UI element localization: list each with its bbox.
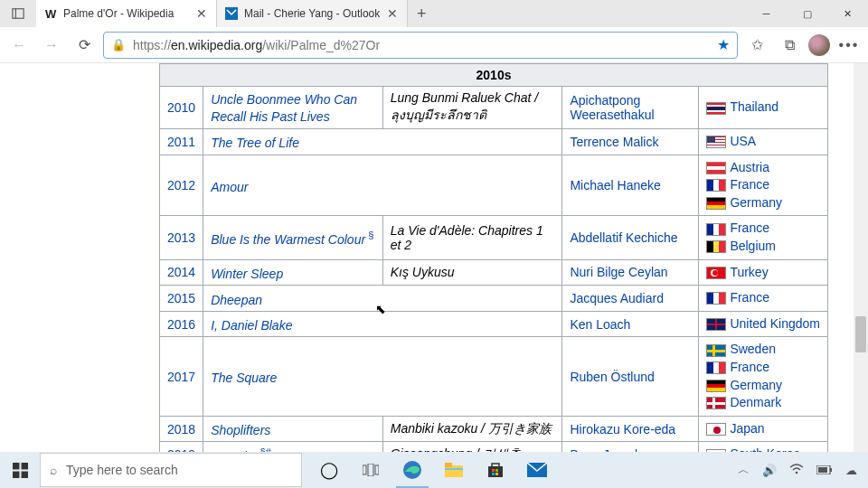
- address-bar[interactable]: 🔒 https://en.wikipedia.org/wiki/Palme_d%…: [103, 32, 738, 59]
- favorite-star-icon[interactable]: ★: [717, 36, 730, 53]
- country-link[interactable]: Sweden: [730, 342, 776, 356]
- year-link[interactable]: 2017: [167, 370, 195, 384]
- profile-avatar[interactable]: [808, 34, 830, 56]
- flag-icon: [706, 292, 726, 305]
- wifi-icon[interactable]: [789, 464, 804, 477]
- country-link[interactable]: France: [730, 360, 769, 374]
- country-link[interactable]: USA: [730, 134, 756, 148]
- film-link[interactable]: Dheepan: [211, 292, 262, 306]
- country-link[interactable]: Germany: [730, 195, 782, 210]
- year-link[interactable]: 2012: [167, 178, 195, 192]
- svg-rect-0: [13, 9, 24, 19]
- close-tab-icon[interactable]: ✕: [385, 6, 400, 21]
- original-title: Lung Bunmi Raluek Chat / ลุงบุญมีระลึกชา…: [382, 87, 562, 129]
- cortana-icon[interactable]: ◯: [309, 452, 349, 488]
- original-title: Manbiki kazoku / 万引き家族: [382, 416, 562, 442]
- year-link[interactable]: 2014: [167, 265, 195, 279]
- country-link[interactable]: France: [730, 177, 769, 192]
- new-tab-button[interactable]: +: [408, 0, 435, 27]
- flag-icon: [706, 397, 726, 409]
- browser-tab[interactable]: Mail - Cherie Yang - Outlook✕: [217, 0, 408, 27]
- film-link[interactable]: Shoplifters: [211, 423, 270, 437]
- browser-tab[interactable]: WPalme d'Or - Wikipedia✕: [36, 0, 217, 27]
- year-link[interactable]: 2013: [167, 230, 195, 245]
- director-link[interactable]: Ruben Östlund: [570, 370, 654, 384]
- flag-icon: [706, 102, 726, 115]
- store-icon[interactable]: [476, 452, 515, 488]
- director-link[interactable]: Terrence Malick: [570, 135, 658, 149]
- flag-icon: [706, 179, 726, 192]
- maximize-button[interactable]: ▢: [787, 0, 827, 27]
- table-row: 2012AmourMichael HanekeAustriaFranceGerm…: [160, 155, 828, 216]
- edge-icon[interactable]: [392, 452, 432, 488]
- film-link[interactable]: Blue Is the Warmest Colour: [211, 231, 365, 246]
- country-link[interactable]: France: [730, 290, 769, 305]
- favicon: W: [43, 6, 58, 21]
- country-link[interactable]: Belgium: [730, 239, 776, 253]
- country-link[interactable]: Turkey: [730, 265, 768, 279]
- favorites-icon[interactable]: ✩: [743, 32, 770, 59]
- tray-chevron-icon[interactable]: ︿: [738, 462, 750, 478]
- palme-dor-table: 2010s2010Uncle Boonmee Who Can Recall Hi…: [159, 63, 828, 452]
- mail-icon[interactable]: [517, 452, 557, 488]
- refresh-button[interactable]: ⟳: [71, 32, 98, 59]
- svg-rect-8: [363, 465, 366, 474]
- country-link[interactable]: Germany: [730, 378, 782, 392]
- film-link[interactable]: Uncle Boonmee Who Can Recall His Past Li…: [211, 92, 357, 124]
- tab-strip: WPalme d'Or - Wikipedia✕Mail - Cherie Ya…: [36, 0, 408, 27]
- flag-icon: [706, 136, 726, 148]
- forward-button[interactable]: →: [38, 32, 65, 59]
- film-link[interactable]: The Tree of Life: [211, 136, 299, 150]
- scrollbar[interactable]: [854, 63, 868, 452]
- svg-point-21: [796, 471, 798, 474]
- year-link[interactable]: 2018: [167, 422, 195, 436]
- volume-icon[interactable]: 🔊: [762, 464, 777, 477]
- director-link[interactable]: Apichatpong Weerasethakul: [570, 93, 654, 122]
- film-link[interactable]: Amour: [211, 179, 248, 193]
- close-tab-icon[interactable]: ✕: [194, 6, 209, 21]
- battery-icon[interactable]: [816, 464, 833, 477]
- year-link[interactable]: 2011: [167, 135, 195, 149]
- back-button[interactable]: ←: [5, 32, 33, 59]
- nav-toolbar: ← → ⟳ 🔒 https://en.wikipedia.org/wiki/Pa…: [0, 27, 868, 63]
- scrollbar-thumb[interactable]: [855, 316, 866, 352]
- close-window-button[interactable]: ✕: [827, 0, 868, 27]
- file-explorer-icon[interactable]: [434, 452, 474, 488]
- director-link[interactable]: Ken Loach: [570, 317, 630, 332]
- director-link[interactable]: Jacques Audiard: [570, 291, 664, 305]
- film-link[interactable]: I, Daniel Blake: [211, 318, 292, 333]
- director-link[interactable]: Hirokazu Kore-eda: [570, 422, 675, 436]
- task-view-icon[interactable]: [351, 452, 391, 488]
- film-link[interactable]: The Square: [211, 371, 277, 385]
- film-link[interactable]: Winter Sleep: [211, 267, 283, 281]
- onedrive-icon[interactable]: ☁: [845, 464, 857, 477]
- svg-rect-24: [818, 467, 827, 473]
- search-placeholder: Type here to search: [66, 463, 178, 477]
- settings-menu-button[interactable]: •••: [835, 32, 863, 59]
- country-link[interactable]: France: [730, 221, 769, 235]
- year-link[interactable]: 2016: [167, 317, 195, 332]
- flag-icon: [706, 197, 726, 210]
- table-row: 2011The Tree of LifeTerrence MalickUSA: [160, 129, 828, 155]
- tab-label: Mail - Cherie Yang - Outlook: [244, 7, 380, 20]
- country-link[interactable]: United Kingdom: [730, 316, 820, 331]
- director-link[interactable]: Abdellatif Kechiche: [570, 230, 677, 245]
- start-button[interactable]: [0, 452, 40, 488]
- year-link[interactable]: 2015: [167, 291, 195, 305]
- year-link[interactable]: 2010: [167, 100, 195, 115]
- director-link[interactable]: Nuri Bilge Ceylan: [570, 265, 667, 279]
- table-row: 2010Uncle Boonmee Who Can Recall His Pas…: [160, 87, 828, 129]
- flag-icon: [706, 223, 726, 236]
- minimize-button[interactable]: ─: [746, 0, 787, 27]
- flag-icon: [706, 361, 726, 374]
- country-link[interactable]: Japan: [730, 421, 764, 436]
- country-link[interactable]: Thailand: [730, 99, 778, 114]
- svg-rect-6: [13, 471, 19, 477]
- taskbar-search[interactable]: ⌕ Type here to search: [40, 453, 302, 487]
- svg-rect-9: [368, 464, 373, 476]
- country-link[interactable]: Denmark: [730, 395, 781, 409]
- country-link[interactable]: Austria: [730, 160, 769, 174]
- tab-actions-icon[interactable]: [0, 0, 36, 27]
- collections-icon[interactable]: ⧉: [776, 32, 803, 59]
- director-link[interactable]: Michael Haneke: [570, 178, 660, 192]
